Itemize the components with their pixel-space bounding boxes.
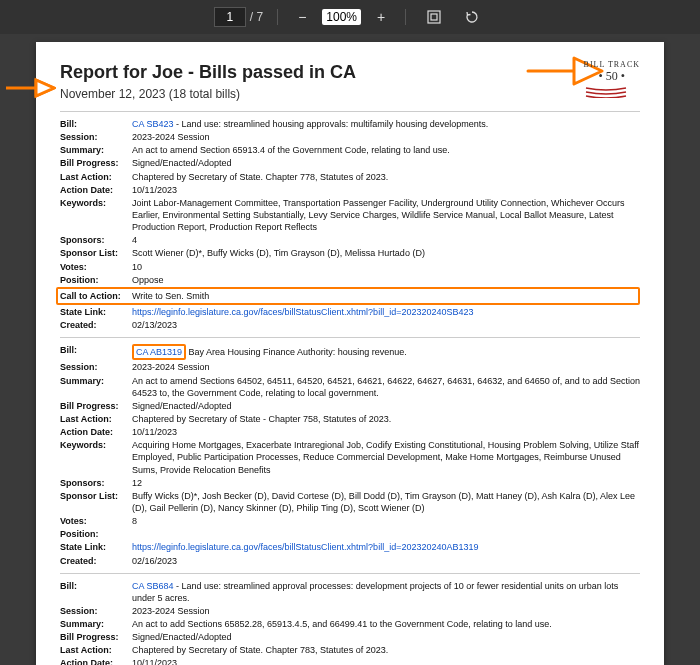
value-summary: An act to add Sections 65852.28, 65913.4…	[132, 618, 640, 630]
label-sponsors: Sponsors:	[60, 477, 132, 489]
value-keywords: Joint Labor-Management Committee, Transp…	[132, 197, 640, 233]
label-last-action: Last Action:	[60, 171, 132, 183]
label-progress: Bill Progress:	[60, 157, 132, 169]
label-state-link: State Link:	[60, 306, 132, 318]
label-summary: Summary:	[60, 375, 132, 399]
bill-title-rest: - Land use: streamlined housing approval…	[174, 119, 489, 129]
page-current-input[interactable]: 1	[214, 7, 246, 27]
value-summary: An act to amend Sections 64502, 64511, 6…	[132, 375, 640, 399]
value-action-date: 10/11/2023	[132, 657, 640, 665]
label-sponsors: Sponsors:	[60, 234, 132, 246]
bill-title-rest: - Land use: streamlined approval process…	[132, 581, 618, 603]
value-sponsor-list: Scott Wiener (D)*, Buffy Wicks (D), Tim …	[132, 247, 640, 259]
value-last-action: Chaptered by Secretary of State. Chapter…	[132, 171, 640, 183]
fit-page-icon[interactable]	[420, 7, 448, 27]
label-progress: Bill Progress:	[60, 631, 132, 643]
label-votes: Votes:	[60, 515, 132, 527]
rotate-icon[interactable]	[458, 7, 486, 27]
label-cta: Call to Action:	[60, 290, 132, 302]
label-keywords: Keywords:	[60, 197, 132, 233]
bill-link[interactable]: CA SB423	[132, 119, 174, 129]
bill-title-rest: Bay Area Housing Finance Authority: hous…	[186, 347, 407, 357]
value-sponsors: 12	[132, 477, 640, 489]
label-created: Created:	[60, 555, 132, 567]
label-bill: Bill:	[60, 580, 132, 604]
separator	[60, 337, 640, 338]
zoom-out-button[interactable]: −	[292, 8, 312, 26]
label-state-link: State Link:	[60, 541, 132, 553]
label-sponsor-list: Sponsor List:	[60, 247, 132, 259]
value-progress: Signed/Enacted/Adopted	[132, 157, 640, 169]
label-last-action: Last Action:	[60, 644, 132, 656]
value-votes: 8	[132, 515, 640, 527]
label-position: Position:	[60, 528, 132, 540]
label-position: Position:	[60, 274, 132, 286]
value-action-date: 10/11/2023	[132, 184, 640, 196]
annotation-arrow-left	[6, 70, 56, 106]
value-keywords: Acquiring Home Mortgages, Exacerbate Int…	[132, 439, 640, 475]
value-cta: Write to Sen. Smith	[132, 290, 636, 302]
toolbar-divider	[277, 9, 278, 25]
value-created: 02/16/2023	[132, 555, 640, 567]
value-position: Oppose	[132, 274, 640, 286]
label-votes: Votes:	[60, 261, 132, 273]
label-bill: Bill:	[60, 344, 132, 360]
report-subtitle: November 12, 2023 (18 total bills)	[60, 87, 640, 101]
value-sponsor-list: Buffy Wicks (D)*, Josh Becker (D), David…	[132, 490, 640, 514]
label-action-date: Action Date:	[60, 426, 132, 438]
highlighted-cta-row: Call to Action:Write to Sen. Smith	[56, 287, 640, 305]
value-last-action: Chaptered by Secretary of State. Chapter…	[132, 644, 640, 656]
label-action-date: Action Date:	[60, 657, 132, 665]
value-session: 2023-2024 Session	[132, 361, 640, 373]
state-link[interactable]: https://leginfo.legislature.ca.gov/faces…	[132, 542, 478, 552]
zoom-in-button[interactable]: +	[371, 8, 391, 26]
toolbar-divider	[405, 9, 406, 25]
value-votes: 10	[132, 261, 640, 273]
value-session: 2023-2024 Session	[132, 605, 640, 617]
value-progress: Signed/Enacted/Adopted	[132, 400, 640, 412]
value-last-action: Chaptered by Secretary of State - Chapte…	[132, 413, 640, 425]
zoom-level[interactable]: 100%	[322, 9, 361, 25]
pdf-page: BILL TRACK • 50 • Report for Joe - Bills…	[36, 42, 664, 665]
highlighted-bill-link: CA AB1319	[132, 344, 186, 360]
value-summary: An act to amend Section 65913.4 of the G…	[132, 144, 640, 156]
separator	[60, 573, 640, 574]
value-session: 2023-2024 Session	[132, 131, 640, 143]
label-last-action: Last Action:	[60, 413, 132, 425]
bill-link[interactable]: CA SB684	[132, 581, 174, 591]
value-sponsors: 4	[132, 234, 640, 246]
label-session: Session:	[60, 131, 132, 143]
state-link[interactable]: https://leginfo.legislature.ca.gov/faces…	[132, 307, 473, 317]
label-keywords: Keywords:	[60, 439, 132, 475]
label-action-date: Action Date:	[60, 184, 132, 196]
label-session: Session:	[60, 605, 132, 617]
svg-rect-0	[428, 11, 440, 23]
bill-entry: Bill:CA SB684 - Land use: streamlined ap…	[60, 580, 640, 665]
value-position	[132, 528, 640, 540]
bill-link[interactable]: CA AB1319	[136, 347, 182, 357]
value-action-date: 10/11/2023	[132, 426, 640, 438]
logo-billtrack50: BILL TRACK • 50 •	[584, 60, 640, 98]
label-progress: Bill Progress:	[60, 400, 132, 412]
label-summary: Summary:	[60, 144, 132, 156]
label-bill: Bill:	[60, 118, 132, 130]
report-title: Report for Joe - Bills passed in CA	[60, 62, 640, 83]
page-info: 1 / 7	[214, 7, 263, 27]
page-total: / 7	[250, 10, 263, 24]
label-created: Created:	[60, 319, 132, 331]
label-summary: Summary:	[60, 618, 132, 630]
value-progress: Signed/Enacted/Adopted	[132, 631, 640, 643]
bill-entry: Bill:CA SB423 - Land use: streamlined ho…	[60, 118, 640, 331]
label-sponsor-list: Sponsor List:	[60, 490, 132, 514]
pdf-toolbar: 1 / 7 − 100% +	[0, 0, 700, 34]
separator	[60, 111, 640, 112]
svg-rect-1	[431, 14, 437, 20]
value-created: 02/13/2023	[132, 319, 640, 331]
label-session: Session:	[60, 361, 132, 373]
bill-entry: Bill:CA AB1319 Bay Area Housing Finance …	[60, 344, 640, 566]
